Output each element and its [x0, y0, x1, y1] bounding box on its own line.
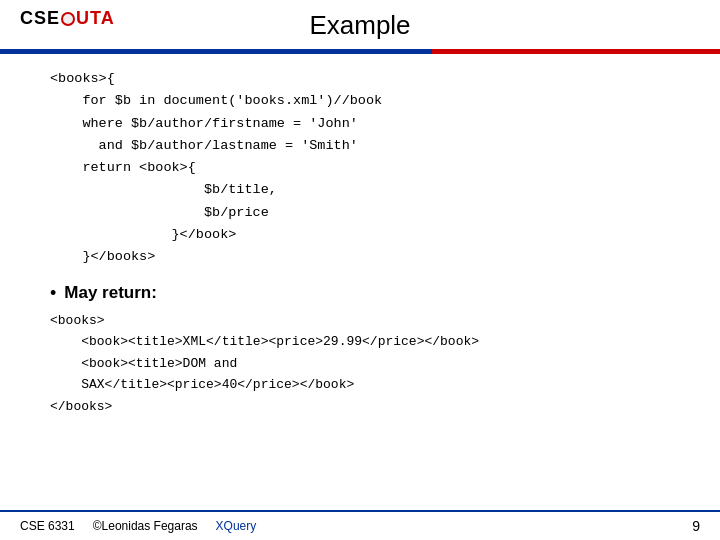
- code-line-9: }</books>: [50, 246, 670, 268]
- result-line-4: SAX</title><price>40</price></book>: [50, 374, 670, 395]
- result-line-5: </books>: [50, 396, 670, 417]
- bullet-dot-icon: •: [50, 282, 56, 305]
- code-block: <books>{ for $b in document('books.xml')…: [50, 68, 670, 268]
- page-title: Example: [309, 10, 410, 41]
- code-line-7: $b/price: [50, 202, 670, 224]
- result-line-2: <book><title>XML</title><price>29.99</pr…: [50, 331, 670, 352]
- code-line-4: and $b/author/lastname = 'Smith': [50, 135, 670, 157]
- footer-author: ©Leonidas Fegaras: [93, 519, 198, 533]
- code-line-2: for $b in document('books.xml')//book: [50, 90, 670, 112]
- logo-uta-text: UTA: [76, 8, 115, 29]
- code-line-8: }</book>: [50, 224, 670, 246]
- code-line-1: <books>{: [50, 68, 670, 90]
- footer-page-number: 9: [692, 518, 700, 534]
- logo-circle-icon: [61, 12, 75, 26]
- bullet-label: May return:: [64, 282, 157, 304]
- bullet-section: • May return: <books> <book><title>XML</…: [50, 282, 670, 417]
- main-content: <books>{ for $b in document('books.xml')…: [0, 54, 720, 427]
- logo-cse-text: CSE: [20, 8, 60, 29]
- footer-course: CSE 6331: [20, 519, 75, 533]
- footer: CSE 6331 ©Leonidas Fegaras XQuery 9: [0, 510, 720, 540]
- result-line-3: <book><title>DOM and: [50, 353, 670, 374]
- result-line-1: <books>: [50, 310, 670, 331]
- bullet-item-may-return: • May return:: [50, 282, 670, 305]
- header: CSE UTA Example: [0, 0, 720, 41]
- code-line-5: return <book>{: [50, 157, 670, 179]
- code-line-3: where $b/author/firstname = 'John': [50, 113, 670, 135]
- result-code-block: <books> <book><title>XML</title><price>2…: [50, 310, 670, 417]
- logo: CSE UTA: [20, 8, 115, 29]
- code-line-6: $b/title,: [50, 179, 670, 201]
- footer-topic: XQuery: [216, 519, 257, 533]
- footer-left: CSE 6331 ©Leonidas Fegaras XQuery: [20, 519, 256, 533]
